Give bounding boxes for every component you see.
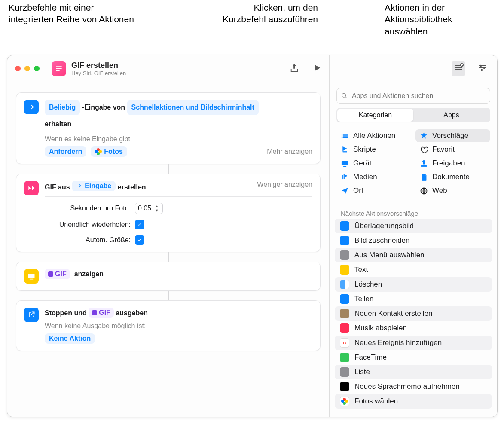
- svg-point-1: [480, 64, 482, 67]
- settings-icon[interactable]: [477, 63, 488, 75]
- suggestion-facetime[interactable]: FaceTime: [335, 350, 492, 365]
- category-gerät[interactable]: Gerät: [336, 157, 411, 170]
- titlebar: GIF erstellen Hey Siri, GIF erstellen: [7, 55, 329, 82]
- shortcut-title[interactable]: GIF erstellen: [71, 61, 290, 70]
- category-medien[interactable]: Medien: [336, 171, 411, 183]
- minimize-button[interactable]: [24, 66, 30, 71]
- actions-list: Beliebig -Eingabe von Schnellaktionen un…: [7, 82, 329, 417]
- svg-point-2: [483, 67, 486, 69]
- suggestion-neues-sprachmemo-aufnehmen[interactable]: Neues Sprachmemo aufnehmen: [335, 379, 492, 394]
- seconds-stepper[interactable]: 0,05 ▲▼: [135, 203, 163, 214]
- svg-point-3: [481, 69, 483, 71]
- svg-rect-4: [342, 161, 348, 165]
- token-input[interactable]: Eingabe: [72, 181, 116, 191]
- token-none[interactable]: Keine Aktion: [45, 333, 95, 344]
- input-icon: [24, 100, 39, 114]
- category-web[interactable]: Web: [415, 184, 490, 197]
- action-receive-input[interactable]: Beliebig -Eingabe von Schnellaktionen un…: [16, 92, 321, 164]
- action-make-gif[interactable]: GIF aus Eingabe erstellen Weniger anzeig…: [16, 174, 321, 252]
- suggestion-aus-menü-auswählen[interactable]: Aus Menü auswählen: [335, 248, 492, 262]
- suggestions-list: ÜberlagerungsbildBild zuschneidenAus Men…: [330, 219, 497, 409]
- segmented-control[interactable]: Kategorien Apps: [336, 108, 490, 122]
- shortcut-subtitle: Hey Siri, GIF erstellen: [71, 70, 290, 76]
- token-gif[interactable]: GIF: [45, 269, 70, 279]
- show-more[interactable]: Mehr anzeigen: [267, 148, 312, 156]
- category-dokumente[interactable]: Dokumente: [415, 171, 490, 183]
- suggestion-teilen[interactable]: Teilen: [335, 292, 492, 306]
- suggestion-musik-abspielen[interactable]: Musik abspielen: [335, 321, 492, 336]
- action-stop-output[interactable]: Stoppen und GIF ausgeben Wenn keine Ausg…: [16, 300, 321, 351]
- suggestion-überlagerungsbild[interactable]: Überlagerungsbild: [335, 219, 492, 233]
- suggestion-bild-zuschneiden[interactable]: Bild zuschneiden: [335, 233, 492, 248]
- token-source[interactable]: Schnellaktionen und Bildschirminhalt: [127, 100, 259, 115]
- share-icon[interactable]: [290, 63, 299, 74]
- token-photos[interactable]: Fotos: [91, 146, 127, 157]
- shortcut-icon: [52, 61, 66, 76]
- suggestions-header: Nächste Aktionsvorschläge: [330, 206, 497, 219]
- token-gif-out[interactable]: GIF: [89, 308, 114, 318]
- token-ask[interactable]: Anfordern: [45, 146, 86, 157]
- search-input[interactable]: [351, 92, 486, 100]
- category-ort[interactable]: Ort: [336, 184, 411, 197]
- window-controls: [15, 66, 40, 71]
- search-icon: [341, 92, 348, 99]
- suggestion-fotos-wählen[interactable]: Fotos wählen: [335, 394, 492, 409]
- autosize-checkbox[interactable]: [135, 235, 144, 245]
- run-icon[interactable]: [312, 63, 321, 74]
- library-icon[interactable]: [452, 61, 465, 76]
- action-show-result[interactable]: GIF anzeigen: [16, 262, 321, 291]
- callout-middle: Klicken, um den Kurzbefehl auszuführen: [198, 2, 318, 25]
- show-less[interactable]: Weniger anzeigen: [257, 181, 312, 189]
- app-window: GIF erstellen Hey Siri, GIF erstellen Be…: [7, 55, 498, 417]
- output-icon: [24, 308, 39, 322]
- category-skripte[interactable]: Skripte: [336, 143, 411, 156]
- segment-apps[interactable]: Apps: [413, 109, 489, 122]
- category-grid: Alle AktionenVorschlägeSkripteFavoritGer…: [330, 127, 497, 202]
- close-button[interactable]: [15, 66, 21, 71]
- suggestion-neues-ereignis-hinzufügen[interactable]: 17Neues Ereignis hinzufügen: [335, 336, 492, 350]
- search-field[interactable]: [336, 88, 490, 104]
- category-vorschläge[interactable]: Vorschläge: [415, 129, 490, 142]
- loop-checkbox[interactable]: [135, 220, 144, 229]
- editor-pane: GIF erstellen Hey Siri, GIF erstellen Be…: [7, 55, 330, 417]
- zoom-button[interactable]: [34, 66, 40, 71]
- segment-categories[interactable]: Kategorien: [337, 109, 413, 122]
- gif-icon: [24, 181, 39, 195]
- show-icon: [24, 269, 39, 284]
- callout-right: Aktionen in der Aktionsbibliothek auswäh…: [385, 2, 496, 37]
- library-pane: Kategorien Apps Alle AktionenVorschlägeS…: [330, 55, 497, 417]
- token-any[interactable]: Beliebig: [45, 100, 80, 115]
- photos-flower-icon: [95, 148, 102, 155]
- category-freigaben[interactable]: Freigaben: [415, 157, 490, 170]
- suggestion-neuen-kontakt-erstellen[interactable]: Neuen Kontakt erstellen: [335, 306, 492, 321]
- category-favorit[interactable]: Favorit: [415, 143, 490, 156]
- suggestion-löschen[interactable]: Löschen: [335, 277, 492, 292]
- suggestion-text[interactable]: Text: [335, 262, 492, 277]
- suggestion-liste[interactable]: Liste: [335, 365, 492, 379]
- category-alle-aktionen[interactable]: Alle Aktionen: [336, 129, 411, 142]
- callout-left: Kurzbefehle mit einer integrierten Reihe…: [9, 2, 137, 25]
